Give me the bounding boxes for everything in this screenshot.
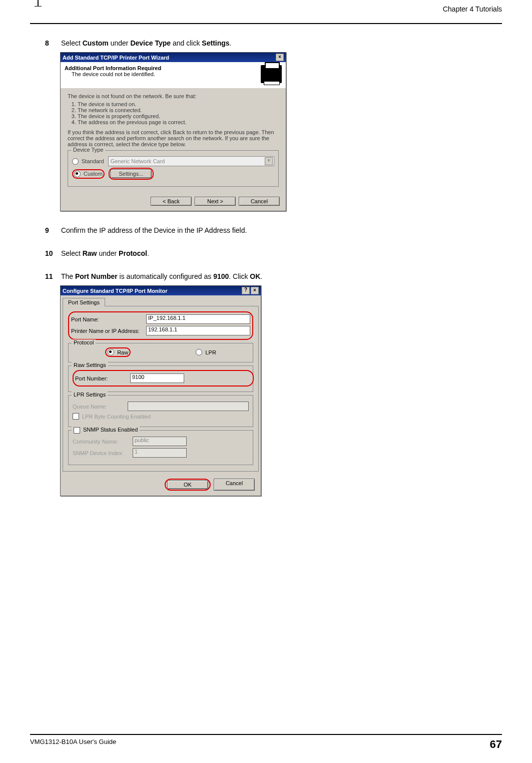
banner-subtitle: The device could not be identified. [72, 71, 161, 77]
page-number: 67 [490, 738, 502, 751]
header-rule [30, 23, 502, 24]
port-monitor-dialog: Configure Standard TCP/IP Port Monitor ?… [60, 285, 261, 496]
radio-lpr: LPR [205, 349, 216, 355]
step-number: 11 [45, 272, 59, 280]
step-11: 11 The Port Number is automatically conf… [45, 272, 502, 280]
step-number: 9 [45, 226, 59, 234]
step-text: Select Raw under Protocol. [61, 249, 498, 257]
list-item: The device is turned on. [78, 101, 279, 107]
settings-button[interactable]: Settings... [111, 169, 152, 178]
community-input: public [133, 437, 187, 446]
radio-label: Standard [82, 158, 104, 164]
dialog-title: Add Standard TCP/IP Printer Port Wizard [63, 55, 169, 61]
raw-settings-fieldset: Raw Settings Port Number: 9100 [68, 365, 253, 392]
snmp-index-input: 1 [133, 448, 187, 458]
banner: Additional Port Information Required The… [61, 62, 286, 88]
radio-label: Custom [84, 171, 103, 177]
printer-icon [261, 65, 282, 83]
page-footer: VMG1312-B10A User's Guide 67 [30, 734, 502, 751]
banner-title: Additional Port Information Required [65, 65, 161, 71]
port-name-label: Port Name: [71, 316, 146, 322]
body-paragraph: If you think the address is not correct,… [68, 129, 279, 147]
tab-panel: Port Name: IP_192.168.1.1 Printer Name o… [63, 306, 259, 472]
queue-label: Queue Name: [73, 404, 128, 410]
queue-name-input [128, 402, 249, 411]
help-icon[interactable]: ? [242, 287, 250, 294]
radio-raw: Raw [117, 349, 128, 355]
radio-icon[interactable] [108, 349, 114, 355]
button-row: OK Cancel [61, 474, 261, 496]
titlebar: Add Standard TCP/IP Printer Port Wizard … [61, 53, 286, 62]
device-type-fieldset: Device Type Standard Generic Network Car… [68, 150, 279, 187]
radio-lpr-row[interactable]: LPR [196, 347, 216, 357]
port-number-input[interactable]: 9100 [130, 373, 184, 383]
step-number: 10 [45, 249, 59, 257]
checklist: The device is turned on. The network is … [78, 101, 279, 125]
community-row: Community Name: public [73, 437, 249, 446]
ip-input[interactable]: 192.168.1.1 [146, 326, 250, 335]
step-10: 10 Select Raw under Protocol. [45, 249, 502, 257]
radio-standard-row[interactable]: Standard Generic Network Card ▼ [72, 156, 274, 166]
radio-icon[interactable] [74, 171, 81, 177]
cancel-button[interactable]: Cancel [239, 197, 280, 206]
chevron-down-icon[interactable]: ▼ [265, 157, 273, 165]
checkbox-icon[interactable] [74, 427, 80, 434]
ip-address-row: Printer Name or IP Address: 192.168.1.1 [71, 326, 250, 335]
close-icon[interactable]: × [276, 54, 284, 61]
lpr-byte-label: LPR Byte Counting Enabled [82, 414, 151, 420]
guide-title: VMG1312-B10A User's Guide [30, 738, 116, 751]
checkbox-icon [73, 413, 79, 420]
community-label: Community Name: [73, 439, 133, 445]
tab-port-settings[interactable]: Port Settings [63, 298, 105, 306]
tabstrip: Port Settings [61, 295, 261, 306]
next-button[interactable]: Next > [195, 197, 236, 206]
step-8: 8 Select Custom under Device Type and cl… [45, 39, 502, 47]
close-icon[interactable]: × [251, 287, 259, 294]
list-item: The network is connected. [78, 107, 279, 113]
combo-value: Generic Network Card [111, 158, 165, 164]
step-text: The Port Number is automatically configu… [61, 272, 498, 280]
snmp-index-row: SNMP Device Index: 1 [73, 448, 249, 458]
lpr-byte-row: LPR Byte Counting Enabled [73, 413, 249, 420]
radio-custom-row[interactable]: Custom Settings... [72, 168, 274, 180]
radio-icon[interactable] [72, 158, 79, 165]
port-number-label: Port Number: [75, 375, 130, 381]
fieldset-legend: LPR Settings [72, 392, 108, 398]
step-text: Confirm the IP address of the Device in … [61, 226, 498, 234]
lpr-settings-fieldset: LPR Settings Queue Name: LPR Byte Counti… [68, 395, 253, 427]
ok-button[interactable]: OK [167, 480, 208, 489]
snmp-fieldset: SNMP Status Enabled Community Name: publ… [68, 430, 253, 465]
snmp-index-label: SNMP Device Index: [73, 450, 133, 456]
radio-icon[interactable] [196, 349, 202, 355]
chapter-header: Chapter 4 Tutorials [30, 5, 502, 13]
step-9: 9 Confirm the IP address of the Device i… [45, 226, 502, 234]
port-name-row: Port Name: IP_192.168.1.1 [71, 314, 250, 324]
fieldset-legend: Device Type [71, 147, 105, 153]
standard-combo[interactable]: Generic Network Card ▼ [108, 156, 274, 166]
fieldset-legend: Raw Settings [72, 362, 108, 368]
wizard-dialog: Add Standard TCP/IP Printer Port Wizard … [60, 52, 286, 211]
back-button[interactable]: < Back [151, 197, 192, 206]
fieldset-legend: Protocol [72, 339, 96, 345]
fieldset-legend: SNMP Status Enabled [72, 427, 140, 434]
step-text: Select Custom under Device Type and clic… [61, 39, 498, 47]
cancel-button[interactable]: Cancel [214, 479, 255, 491]
button-row: < Back Next > Cancel [61, 192, 286, 211]
dialog-title: Configure Standard TCP/IP Port Monitor [63, 288, 167, 294]
crop-mark [38, 0, 39, 6]
step-number: 8 [45, 39, 59, 47]
list-item: The device is properly configured. [78, 113, 279, 119]
titlebar: Configure Standard TCP/IP Port Monitor ?… [61, 286, 261, 295]
body-intro: The device is not found on the network. … [68, 93, 279, 99]
port-name-input[interactable]: IP_192.168.1.1 [146, 314, 250, 324]
queue-name-row: Queue Name: [73, 402, 249, 411]
ip-label: Printer Name or IP Address: [71, 328, 146, 334]
list-item: The address on the previous page is corr… [78, 119, 279, 125]
protocol-fieldset: Protocol Raw LPR [68, 343, 253, 362]
port-number-row: Port Number: 9100 [75, 373, 251, 383]
dialog-body: The device is not found on the network. … [61, 88, 286, 192]
